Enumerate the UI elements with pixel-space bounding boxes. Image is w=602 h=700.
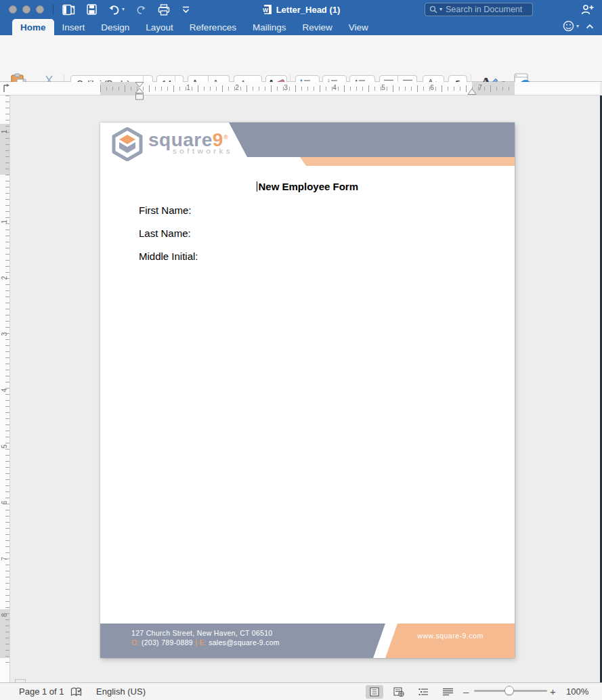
tab-home[interactable]: Home (12, 19, 54, 35)
footer-contact: 127 Church Street, New Haven, CT 06510 O… (131, 628, 280, 647)
tab-insert[interactable]: Insert (54, 19, 93, 35)
footer-address: 127 Church Street, New Haven, CT 06510 (131, 628, 280, 638)
registered-mark: ® (223, 134, 228, 141)
form-title[interactable]: New Employee Form (100, 181, 515, 192)
word-window: ▾ W Letter_Head (1) (0, 0, 602, 700)
ruler-number: 1 (1, 128, 8, 136)
feedback-smiley-icon[interactable] (563, 20, 574, 32)
ruler-number: 6 (1, 499, 8, 507)
tab-selector[interactable] (2, 83, 9, 93)
collapse-ribbon-icon[interactable] (586, 24, 594, 29)
draft-view-icon (443, 688, 453, 696)
print-layout-icon (370, 687, 379, 697)
ruler-number: 3 (1, 330, 8, 338)
svg-text:W: W (263, 7, 269, 14)
web-layout-icon (393, 687, 404, 697)
ruler-number: 4 (331, 84, 338, 91)
zoom-level[interactable]: 100% (566, 683, 588, 700)
search-icon (429, 5, 437, 14)
outline-view-icon (418, 688, 429, 696)
ruler-number: 2 (234, 84, 240, 91)
outline-view-button[interactable] (414, 685, 432, 699)
square9-hexagon-icon (112, 127, 143, 161)
ruler-ticks (5, 95, 9, 664)
tab-layout[interactable]: Layout (137, 19, 181, 35)
ruler-number: 3 (282, 84, 289, 91)
zoom-slider-thumb[interactable] (504, 686, 514, 695)
undo-icon[interactable] (108, 5, 120, 15)
ruler-number: 4 (1, 387, 8, 395)
company-logo: square9® softworks (112, 127, 233, 161)
ruler-number: 6 (429, 84, 435, 91)
language-indicator[interactable]: English (US) (96, 683, 146, 700)
document-canvas[interactable]: square9® softworks New Employee Form Fir… (10, 95, 600, 682)
page-count[interactable]: Page 1 of 1 (19, 683, 64, 700)
draft-view-button[interactable] (439, 685, 456, 699)
ruler-number: 7 (477, 84, 483, 91)
ribbon-home: ▾ Paste Calibri (Body) ▾ 14 ▾ (0, 35, 602, 82)
word-doc-icon: W (262, 4, 272, 15)
ruler-number: 7 (1, 555, 8, 563)
tab-review[interactable]: Review (294, 19, 340, 35)
indent-markers[interactable] (135, 82, 144, 101)
horizontal-ruler[interactable]: 1 2 3 4 5 6 7 (0, 82, 600, 95)
field-middle-initial[interactable]: Middle Initial: (139, 250, 198, 262)
ruler-number: 5 (1, 443, 8, 451)
share-add-person-icon[interactable] (580, 4, 594, 15)
brand-subtitle: softworks (173, 147, 233, 155)
document-title-text: Letter_Head (1) (276, 5, 341, 15)
tab-references[interactable]: References (181, 19, 244, 35)
print-layout-view-button[interactable] (366, 685, 383, 699)
feedback-dropdown-icon[interactable]: ▾ (576, 24, 579, 29)
ruler-number: 2 (1, 274, 8, 282)
ribbon-tabs: Home Insert Design Layout References Mai… (0, 19, 602, 35)
titlebar-divider (53, 4, 53, 15)
search-input[interactable] (444, 4, 528, 15)
document-page[interactable]: square9® softworks New Employee Form Fir… (100, 123, 515, 658)
minimize-button[interactable] (22, 5, 30, 14)
zoom-in-button[interactable]: + (550, 683, 556, 700)
field-first-name[interactable]: First Name: (139, 204, 192, 216)
zoom-out-button[interactable]: – (463, 683, 469, 700)
fullscreen-button[interactable] (36, 5, 44, 14)
search-box[interactable]: ▾ (425, 3, 533, 16)
close-button[interactable] (9, 5, 17, 14)
search-scope-dropdown-icon[interactable]: ▾ (439, 7, 442, 12)
undo-dropdown-icon[interactable]: ▾ (122, 7, 125, 12)
tab-design[interactable]: Design (93, 19, 137, 35)
ruler-number: 1 (185, 84, 192, 91)
tab-view[interactable]: View (341, 19, 377, 35)
tab-mailings[interactable]: Mailings (244, 19, 295, 35)
titlebar: ▾ W Letter_Head (1) (0, 0, 602, 19)
save-icon[interactable] (87, 4, 97, 15)
window-controls (9, 5, 44, 14)
customize-toolbar-icon[interactable] (181, 5, 190, 14)
ruler-number: 5 (380, 84, 387, 91)
sidebar-icon[interactable] (62, 4, 75, 16)
footer-website: www.square-9.com (400, 632, 501, 640)
ruler-half-ticks (100, 85, 515, 92)
print-icon[interactable] (158, 4, 170, 16)
footer-phone-email: O: (203) 789-0889 | E: sales@square-9.co… (131, 638, 280, 647)
right-indent-marker[interactable] (467, 88, 477, 95)
vertical-ruler[interactable]: 1 1 2 3 4 5 6 7 8 (0, 95, 10, 682)
redo-icon[interactable] (136, 5, 146, 15)
spellcheck-icon[interactable] (70, 687, 83, 697)
web-layout-view-button[interactable] (390, 685, 408, 699)
ruler-number: 1 (1, 218, 8, 226)
ruler-number: 8 (1, 611, 8, 619)
field-last-name[interactable]: Last Name: (139, 227, 191, 239)
